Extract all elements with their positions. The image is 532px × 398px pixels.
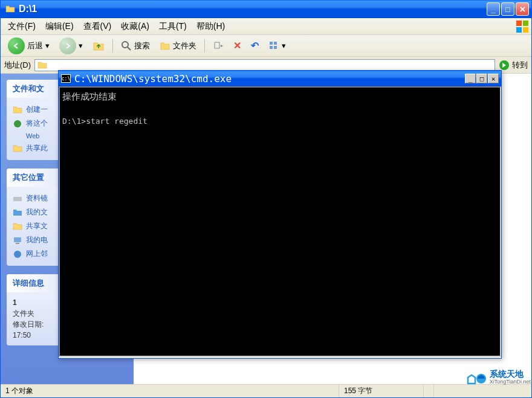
cmd-terminal[interactable]: 操作成功结束 D:\1>start regedit xyxy=(59,86,501,357)
folders-label: 文件夹 xyxy=(173,40,196,51)
folder-icon xyxy=(37,60,47,70)
svg-point-4 xyxy=(122,42,128,48)
svg-rect-2 xyxy=(516,27,522,33)
toolbar-separator xyxy=(112,39,113,53)
svg-rect-3 xyxy=(523,27,528,33)
computer-icon xyxy=(13,236,22,245)
watermark-logo-icon xyxy=(465,369,487,386)
cmd-icon: c:\ xyxy=(61,74,71,83)
folders-button[interactable]: 文件夹 xyxy=(156,39,200,53)
svg-point-15 xyxy=(14,251,21,258)
cmd-output: 操作成功结束 xyxy=(62,90,498,104)
move-icon xyxy=(213,40,224,51)
toolbar: 后退 ▾ ▾ 搜索 文件夹 ✕ ↶ ▾ xyxy=(1,35,531,57)
menu-help[interactable]: 帮助(H) xyxy=(192,19,230,34)
menu-favorites[interactable]: 收藏(A) xyxy=(116,19,154,34)
address-input[interactable] xyxy=(34,59,495,71)
menu-file[interactable]: 文件(F) xyxy=(3,19,41,34)
status-objects: 1 个对象 xyxy=(1,385,339,397)
back-label: 后退 xyxy=(27,40,43,51)
svg-rect-9 xyxy=(274,46,277,49)
svg-rect-12 xyxy=(13,197,22,201)
documents-icon xyxy=(13,208,22,217)
views-icon xyxy=(268,40,279,51)
status-size: 155 字节 xyxy=(339,385,424,397)
cmd-title: C:\WINDOWS\system32\cmd.exe xyxy=(74,73,464,85)
cmd-prompt: D:\1>start regedit xyxy=(62,115,498,127)
share-folder-icon xyxy=(13,144,22,153)
windows-flag-icon xyxy=(516,20,529,33)
svg-rect-1 xyxy=(523,21,528,26)
move-button[interactable] xyxy=(209,39,227,53)
menu-edit[interactable]: 编辑(E) xyxy=(41,19,79,34)
search-label: 搜索 xyxy=(134,40,150,51)
window-title: D:\1 xyxy=(18,4,487,14)
back-dropdown-icon: ▾ xyxy=(45,41,50,50)
cmd-blank xyxy=(62,104,498,116)
svg-rect-14 xyxy=(16,243,19,244)
web-icon xyxy=(13,119,22,129)
go-button[interactable]: 转到 xyxy=(499,60,528,71)
shared-folder-icon xyxy=(13,222,22,231)
cmd-titlebar[interactable]: c:\ C:\WINDOWS\system32\cmd.exe _ □ ✕ xyxy=(59,71,501,86)
views-dropdown-icon: ▾ xyxy=(282,41,286,50)
forward-arrow-icon xyxy=(59,37,76,54)
menu-view[interactable]: 查看(V) xyxy=(79,19,117,34)
places-title: 其它位置 xyxy=(13,172,44,183)
drive-icon xyxy=(13,194,22,204)
watermark-en: XiTongTianDi.net xyxy=(490,379,531,385)
svg-rect-7 xyxy=(274,42,277,45)
delete-button[interactable]: ✕ xyxy=(230,38,245,53)
svg-rect-8 xyxy=(270,46,273,49)
status-zone xyxy=(424,385,434,397)
menubar: 文件(F) 编辑(E) 查看(V) 收藏(A) 工具(T) 帮助(H) xyxy=(1,18,531,35)
svg-rect-0 xyxy=(516,21,522,26)
folders-icon xyxy=(160,40,170,51)
undo-button[interactable]: ↶ xyxy=(247,38,262,53)
back-button[interactable]: 后退 ▾ xyxy=(4,36,53,56)
views-button[interactable]: ▾ xyxy=(265,39,290,53)
search-button[interactable]: 搜索 xyxy=(117,39,154,53)
address-label: 地址(D) xyxy=(4,60,31,71)
tasks-title: 文件和文 xyxy=(13,83,44,94)
cmd-close-button[interactable]: ✕ xyxy=(488,74,499,83)
statusbar: 1 个对象 155 字节 xyxy=(1,384,531,397)
close-button[interactable]: ✕ xyxy=(516,2,529,16)
cmd-maximize-button[interactable]: □ xyxy=(476,74,487,83)
maximize-button[interactable]: □ xyxy=(501,2,514,16)
svg-rect-6 xyxy=(270,42,273,45)
watermark-cn: 系统天地 xyxy=(490,370,531,379)
watermark: 系统天地 XiTongTianDi.net xyxy=(465,369,531,386)
minimize-button[interactable]: _ xyxy=(487,2,500,16)
cmd-window: c:\ C:\WINDOWS\system32\cmd.exe _ □ ✕ 操作… xyxy=(58,70,502,359)
go-label: 转到 xyxy=(512,60,528,71)
svg-point-11 xyxy=(14,120,21,127)
search-icon xyxy=(121,40,132,51)
explorer-titlebar[interactable]: D:\1 _ □ ✕ xyxy=(1,0,531,18)
svg-rect-13 xyxy=(14,237,21,242)
go-arrow-icon xyxy=(499,60,510,71)
folder-up-icon xyxy=(92,40,105,52)
delete-icon: ✕ xyxy=(233,40,241,51)
menu-tools[interactable]: 工具(T) xyxy=(154,19,192,34)
toolbar-separator xyxy=(204,39,205,53)
new-folder-icon xyxy=(13,105,22,115)
details-title: 详细信息 xyxy=(13,278,44,289)
network-icon xyxy=(13,249,22,259)
up-button[interactable] xyxy=(89,38,108,54)
forward-dropdown-icon: ▾ xyxy=(79,41,83,50)
forward-button[interactable]: ▾ xyxy=(56,36,86,56)
back-arrow-icon xyxy=(8,37,25,54)
cmd-minimize-button[interactable]: _ xyxy=(465,74,476,83)
svg-line-5 xyxy=(128,47,131,50)
undo-icon: ↶ xyxy=(251,40,259,51)
folder-icon xyxy=(5,4,15,14)
